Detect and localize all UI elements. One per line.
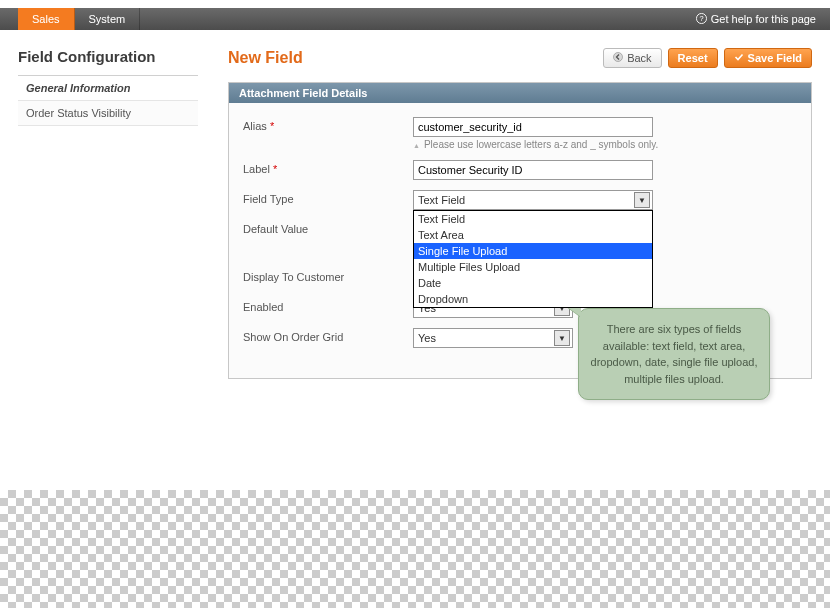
sidebar-item-order-status-visibility[interactable]: Order Status Visibility — [18, 101, 198, 126]
label-input[interactable] — [413, 160, 653, 180]
chevron-down-icon: ▼ — [554, 330, 570, 346]
sidebar-item-general-information[interactable]: General Information — [18, 76, 198, 101]
sidebar: Field Configuration General Information … — [0, 48, 198, 379]
svg-point-2 — [614, 53, 623, 62]
transparency-background — [0, 490, 830, 608]
back-button[interactable]: Back — [603, 48, 661, 68]
top-nav: Sales System ? Get help for this page — [0, 8, 830, 30]
button-label: Back — [627, 52, 651, 64]
nav-tab-label: System — [89, 13, 126, 25]
sidebar-item-label: General Information — [26, 82, 131, 94]
show-on-order-grid-select[interactable]: Yes ▼ — [413, 328, 573, 348]
help-link[interactable]: ? Get help for this page — [696, 8, 830, 30]
option-text-field[interactable]: Text Field — [414, 211, 652, 227]
option-dropdown[interactable]: Dropdown — [414, 291, 652, 307]
field-type-dropdown-list: Text Field Text Area Single File Upload … — [413, 210, 653, 308]
svg-text:?: ? — [699, 14, 703, 23]
alias-input[interactable] — [413, 117, 653, 137]
sidebar-title: Field Configuration — [18, 48, 198, 65]
display-to-customer-label: Display To Customer — [243, 268, 413, 283]
field-type-select[interactable]: Text Field ▼ — [413, 190, 653, 210]
check-icon — [734, 52, 744, 64]
callout-tooltip: There are six types of fields available:… — [578, 308, 770, 400]
sidebar-item-label: Order Status Visibility — [26, 107, 131, 119]
nav-tab-sales[interactable]: Sales — [18, 8, 75, 30]
fieldset-title: Attachment Field Details — [229, 83, 811, 103]
select-value: Yes — [418, 332, 436, 344]
option-date[interactable]: Date — [414, 275, 652, 291]
field-type-label: Field Type — [243, 190, 413, 205]
alias-hint: Please use lowercase letters a-z and _ s… — [413, 139, 797, 150]
callout-text: There are six types of fields available:… — [591, 323, 758, 385]
option-multiple-files-upload[interactable]: Multiple Files Upload — [414, 259, 652, 275]
nav-tab-label: Sales — [32, 13, 60, 25]
default-value-label: Default Value — [243, 220, 413, 235]
page-title: New Field — [228, 49, 597, 67]
enabled-label: Enabled — [243, 298, 413, 313]
alias-label: Alias * — [243, 117, 413, 132]
select-value: Text Field — [418, 194, 465, 206]
save-field-button[interactable]: Save Field — [724, 48, 812, 68]
reset-button[interactable]: Reset — [668, 48, 718, 68]
nav-tab-system[interactable]: System — [75, 8, 141, 30]
top-spacer — [0, 0, 830, 8]
help-icon: ? — [696, 13, 707, 26]
show-on-order-grid-label: Show On Order Grid — [243, 328, 413, 343]
button-label: Reset — [678, 52, 708, 64]
chevron-down-icon: ▼ — [634, 192, 650, 208]
back-icon — [613, 52, 623, 64]
button-label: Save Field — [748, 52, 802, 64]
label-label: Label * — [243, 160, 413, 175]
help-label: Get help for this page — [711, 13, 816, 25]
option-single-file-upload[interactable]: Single File Upload — [414, 243, 652, 259]
option-text-area[interactable]: Text Area — [414, 227, 652, 243]
